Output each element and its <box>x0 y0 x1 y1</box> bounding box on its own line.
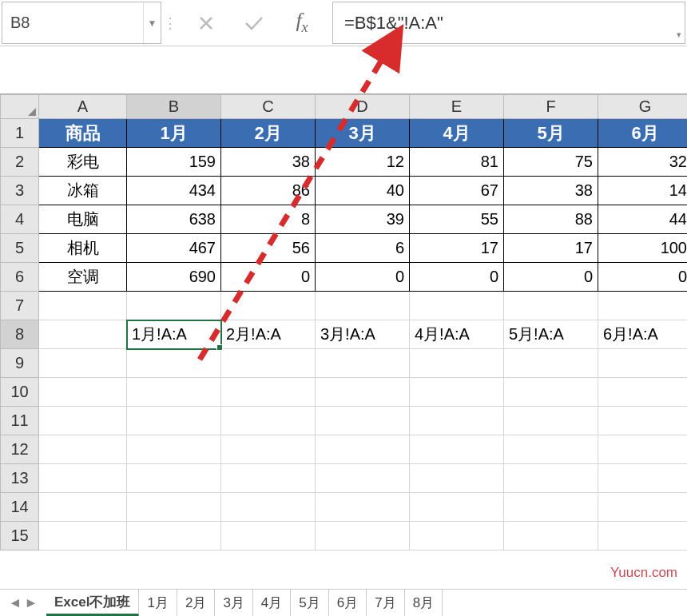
data-cell[interactable]: 100 <box>598 234 688 263</box>
row-header-3[interactable]: 3 <box>1 177 39 205</box>
data-cell[interactable]: 86 <box>221 177 316 205</box>
empty-cell[interactable] <box>127 493 221 522</box>
data-cell[interactable]: 8 <box>221 205 316 234</box>
data-cell[interactable]: 39 <box>316 205 410 234</box>
header-cell[interactable]: 5月 <box>504 119 598 148</box>
formula-result-cell[interactable]: 3月!A:A <box>316 320 410 349</box>
sheet-tab[interactable]: 1月 <box>139 590 177 616</box>
row-header-4[interactable]: 4 <box>1 205 39 234</box>
row-header-10[interactable]: 10 <box>1 378 39 407</box>
data-cell[interactable]: 0 <box>410 263 504 292</box>
empty-cell[interactable] <box>598 522 688 550</box>
formula-result-cell[interactable]: 4月!A:A <box>410 320 504 349</box>
empty-cell[interactable] <box>410 493 504 522</box>
empty-cell[interactable] <box>598 349 688 378</box>
data-cell[interactable]: 0 <box>221 263 316 292</box>
empty-cell[interactable] <box>221 522 316 550</box>
tab-nav-prev-icon[interactable]: ◄ <box>8 595 22 611</box>
formula-expand-icon[interactable]: ▾ <box>677 30 681 40</box>
header-cell[interactable]: 2月 <box>221 119 316 148</box>
data-cell[interactable]: 55 <box>410 205 504 234</box>
empty-cell[interactable] <box>316 292 410 320</box>
header-cell[interactable]: 6月 <box>598 119 688 148</box>
row-header-6[interactable]: 6 <box>1 263 39 292</box>
sheet-tab[interactable]: 4月 <box>253 590 291 616</box>
empty-cell[interactable] <box>39 407 127 435</box>
empty-cell[interactable] <box>410 464 504 493</box>
empty-cell[interactable] <box>410 349 504 378</box>
empty-cell[interactable] <box>221 407 316 435</box>
empty-cell[interactable] <box>598 435 688 464</box>
data-cell[interactable]: 17 <box>410 234 504 263</box>
col-header-A[interactable]: A <box>39 95 127 119</box>
sheet-tab[interactable]: 3月 <box>215 590 252 616</box>
empty-cell[interactable] <box>410 378 504 407</box>
header-cell[interactable]: 4月 <box>410 119 504 148</box>
empty-cell[interactable] <box>39 493 127 522</box>
empty-cell[interactable] <box>598 407 688 435</box>
name-box-dropdown-icon[interactable]: ▼ <box>143 2 161 43</box>
empty-cell[interactable] <box>316 407 410 435</box>
empty-cell[interactable] <box>504 522 598 550</box>
row-header-13[interactable]: 13 <box>1 464 39 493</box>
sheet-tab[interactable]: 8月 <box>405 590 443 616</box>
empty-cell[interactable] <box>127 407 221 435</box>
empty-cell[interactable] <box>598 378 688 407</box>
row-header-1[interactable]: 1 <box>1 119 39 148</box>
select-all-corner[interactable] <box>1 95 39 119</box>
name-box[interactable]: B8 ▼ <box>2 2 161 44</box>
empty-cell[interactable] <box>221 464 316 493</box>
empty-cell[interactable] <box>410 292 504 320</box>
data-cell[interactable]: 38 <box>504 177 598 205</box>
data-cell[interactable]: 0 <box>504 263 598 292</box>
data-cell[interactable]: 81 <box>410 148 504 177</box>
empty-cell[interactable] <box>221 292 316 320</box>
empty-cell[interactable] <box>316 464 410 493</box>
row-header-5[interactable]: 5 <box>1 234 39 263</box>
empty-cell[interactable] <box>598 464 688 493</box>
data-cell[interactable]: 17 <box>504 234 598 263</box>
tab-nav-next-icon[interactable]: ► <box>24 595 38 611</box>
col-header-C[interactable]: C <box>221 95 316 119</box>
empty-cell[interactable] <box>127 435 221 464</box>
empty-cell[interactable] <box>316 522 410 550</box>
data-cell[interactable]: 32 <box>598 148 688 177</box>
col-header-E[interactable]: E <box>410 95 504 119</box>
formula-input[interactable]: =B$1&"!A:A" ▾ <box>332 2 685 44</box>
data-cell[interactable]: 159 <box>127 148 221 177</box>
data-cell[interactable]: 56 <box>221 234 316 263</box>
empty-cell[interactable] <box>316 349 410 378</box>
formula-result-cell[interactable]: 1月!A:A <box>127 320 221 349</box>
sheet-tab[interactable]: Excel不加班 <box>46 590 139 616</box>
data-cell[interactable]: 40 <box>316 177 410 205</box>
empty-cell[interactable] <box>39 378 127 407</box>
formula-result-cell[interactable]: 2月!A:A <box>221 320 316 349</box>
data-cell[interactable]: 44 <box>598 205 688 234</box>
col-header-G[interactable]: G <box>598 95 688 119</box>
data-cell[interactable]: 0 <box>598 263 688 292</box>
empty-cell[interactable] <box>221 435 316 464</box>
cancel-formula-button[interactable] <box>182 0 230 46</box>
empty-cell[interactable] <box>410 407 504 435</box>
empty-cell[interactable] <box>504 407 598 435</box>
data-cell[interactable]: 467 <box>127 234 221 263</box>
data-cell[interactable]: 38 <box>221 148 316 177</box>
data-cell[interactable]: 67 <box>410 177 504 205</box>
formula-result-cell[interactable]: 6月!A:A <box>598 320 688 349</box>
empty-cell[interactable] <box>39 292 127 320</box>
sheet-tab[interactable]: 6月 <box>329 590 367 616</box>
empty-cell[interactable] <box>39 320 127 349</box>
empty-cell[interactable] <box>39 435 127 464</box>
data-cell-label[interactable]: 相机 <box>39 234 127 263</box>
data-cell[interactable]: 638 <box>127 205 221 234</box>
header-cell[interactable]: 3月 <box>316 119 410 148</box>
header-cell[interactable]: 1月 <box>127 119 221 148</box>
empty-cell[interactable] <box>504 292 598 320</box>
data-cell-label[interactable]: 彩电 <box>39 148 127 177</box>
data-cell-label[interactable]: 冰箱 <box>39 177 127 205</box>
empty-cell[interactable] <box>410 522 504 550</box>
data-cell[interactable]: 6 <box>316 234 410 263</box>
accept-formula-button[interactable] <box>230 0 278 46</box>
empty-cell[interactable] <box>221 493 316 522</box>
col-header-B[interactable]: B <box>127 95 221 119</box>
